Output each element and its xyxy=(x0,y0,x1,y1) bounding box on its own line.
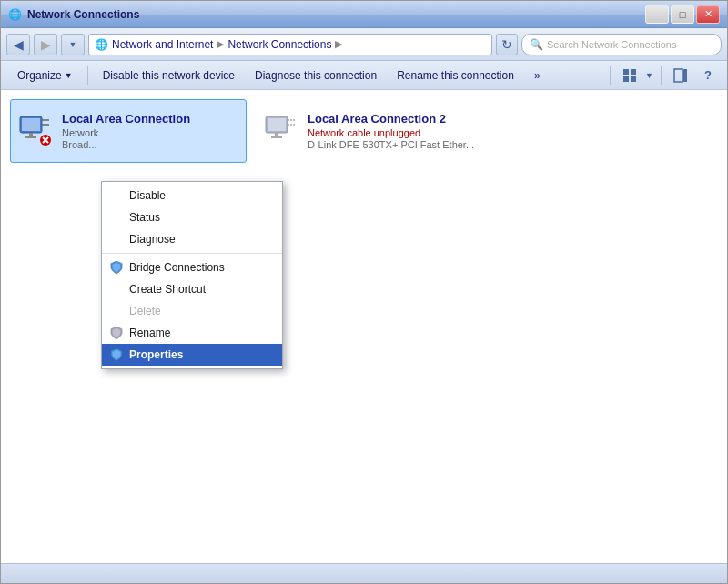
toolbar-right: ▼ ? xyxy=(606,65,720,86)
path-icon: 🌐 xyxy=(95,38,108,51)
svg-rect-16 xyxy=(268,118,286,131)
rename-label: Rename this connection xyxy=(397,69,514,82)
more-label: » xyxy=(534,69,541,82)
view-arrow-icon: ▼ xyxy=(645,71,653,80)
connection-hardware-1: Broad... xyxy=(62,139,240,150)
svg-rect-17 xyxy=(275,133,278,136)
search-icon: 🔍 xyxy=(530,38,543,51)
ctx-rename-shield-icon xyxy=(109,326,124,340)
svg-rect-9 xyxy=(25,136,36,138)
ctx-rename-label: Rename xyxy=(129,327,170,339)
connection-details-2: Local Area Connection 2 Network cable un… xyxy=(308,112,486,150)
ctx-separator-1 xyxy=(102,253,282,254)
ctx-status[interactable]: Status xyxy=(102,206,282,228)
toolbar-separator-2 xyxy=(610,66,611,85)
ctx-bridge[interactable]: Bridge Connections xyxy=(102,257,282,278)
svg-rect-8 xyxy=(29,133,33,136)
forward-button[interactable]: ▶ xyxy=(34,34,57,55)
status-bar xyxy=(1,563,727,583)
recent-button[interactable]: ▼ xyxy=(61,34,85,55)
address-bar: ◀ ▶ ▼ 🌐 Network and Internet ▶ Network C… xyxy=(1,28,727,61)
diagnose-connection-button[interactable]: Diagnose this connection xyxy=(246,64,386,87)
ctx-properties-label: Properties xyxy=(129,348,183,361)
ctx-disable[interactable]: Disable xyxy=(102,185,282,206)
path-segment1: Network and Internet xyxy=(112,38,213,51)
connection-details-1: Local Area Connection Network Broad... xyxy=(62,112,240,150)
svg-rect-2 xyxy=(623,76,629,82)
ctx-status-label: Status xyxy=(129,211,160,224)
ctx-diagnose[interactable]: Diagnose xyxy=(102,228,282,250)
title-bar-left: 🌐 Network Connections xyxy=(8,8,139,21)
connection-icon-1 xyxy=(16,113,53,149)
ctx-bridge-label: Bridge Connections xyxy=(129,261,225,274)
ctx-properties-shield-icon xyxy=(109,347,124,362)
view-options-button[interactable] xyxy=(618,65,642,86)
svg-rect-0 xyxy=(623,69,629,75)
address-path[interactable]: 🌐 Network and Internet ▶ Network Connect… xyxy=(88,34,492,55)
path-segment2: Network Connections xyxy=(228,38,331,51)
context-menu: Disable Status Diagnose Bridge Connectio… xyxy=(101,181,283,369)
ctx-properties[interactable]: Properties xyxy=(102,344,282,366)
ctx-disable-label: Disable xyxy=(129,189,166,202)
connection-hardware-2: D-Link DFE-530TX+ PCI Fast Ether... xyxy=(308,139,486,150)
back-button[interactable]: ◀ xyxy=(6,34,30,55)
svg-rect-4 xyxy=(674,69,682,82)
window-icon: 🌐 xyxy=(8,8,22,21)
svg-rect-1 xyxy=(631,69,636,75)
svg-rect-3 xyxy=(631,76,636,82)
window-title: Network Connections xyxy=(27,8,139,21)
path-separator2: ▶ xyxy=(335,38,342,50)
path-separator1: ▶ xyxy=(217,38,224,50)
connection-name-1: Local Area Connection xyxy=(62,112,240,126)
svg-rect-5 xyxy=(683,69,687,82)
ctx-bridge-shield-icon xyxy=(109,260,124,275)
connection-name-2: Local Area Connection 2 xyxy=(308,112,486,126)
minimize-button[interactable]: ─ xyxy=(645,5,669,24)
toolbar-separator-1 xyxy=(87,66,88,85)
ctx-rename[interactable]: Rename xyxy=(102,322,282,344)
organize-arrow-icon: ▼ xyxy=(65,71,73,80)
more-button[interactable]: » xyxy=(525,64,550,87)
organize-button[interactable]: Organize ▼ xyxy=(8,64,82,87)
search-box[interactable]: 🔍 Search Network Connections xyxy=(521,34,722,55)
rename-connection-button[interactable]: Rename this connection xyxy=(388,64,523,87)
search-placeholder: Search Network Connections xyxy=(547,39,676,50)
connection-status-2: Network cable unplugged xyxy=(308,127,486,138)
ctx-delete[interactable]: Delete xyxy=(102,300,282,322)
title-bar-controls: ─ □ ✕ xyxy=(645,5,720,24)
connection-icon-2 xyxy=(262,113,298,149)
toolbar-separator-3 xyxy=(661,66,662,85)
refresh-button[interactable]: ↻ xyxy=(496,34,518,55)
title-bar: 🌐 Network Connections ─ □ ✕ xyxy=(1,1,727,28)
svg-rect-7 xyxy=(22,118,40,131)
svg-rect-18 xyxy=(271,136,282,138)
toolbar: Organize ▼ Disable this network device D… xyxy=(1,61,727,90)
ctx-diagnose-label: Diagnose xyxy=(129,233,176,246)
connection-item-1[interactable]: Local Area Connection Network Broad... xyxy=(10,99,247,163)
ctx-delete-label: Delete xyxy=(129,305,161,317)
ctx-shortcut[interactable]: Create Shortcut xyxy=(102,278,282,300)
content-area: Local Area Connection Network Broad... xyxy=(1,90,727,563)
connection-item-2[interactable]: Local Area Connection 2 Network cable un… xyxy=(256,99,492,163)
disable-label: Disable this network device xyxy=(103,69,235,82)
maximize-button[interactable]: □ xyxy=(671,5,694,24)
organize-label: Organize xyxy=(17,69,62,82)
ctx-shortcut-label: Create Shortcut xyxy=(129,283,206,296)
preview-pane-button[interactable] xyxy=(669,65,693,86)
close-button[interactable]: ✕ xyxy=(696,5,720,24)
disable-device-button[interactable]: Disable this network device xyxy=(94,64,244,87)
help-button[interactable]: ? xyxy=(696,65,720,86)
connection-status-1: Network xyxy=(62,127,240,138)
diagnose-label: Diagnose this connection xyxy=(255,69,377,82)
window: 🌐 Network Connections ─ □ ✕ ◀ ▶ ▼ 🌐 Netw… xyxy=(0,0,728,584)
